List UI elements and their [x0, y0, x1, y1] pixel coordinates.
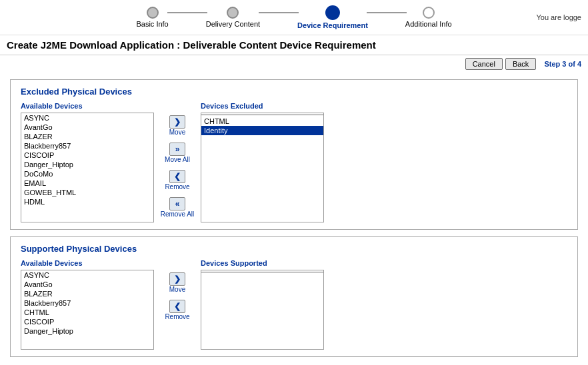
- page-title: Create J2ME Download Application : Deliv…: [0, 35, 588, 55]
- excluded-right-column: Devices Excluded CHTMLIdentity: [201, 102, 324, 222]
- list-item[interactable]: Danger_Hiptop: [21, 326, 153, 336]
- supported-move-label[interactable]: Move: [169, 286, 185, 293]
- excluded-available-column: Available Devices ASYNCAvantGoBLAZERBlac…: [21, 102, 154, 222]
- excluded-remove-all-label[interactable]: Remove All: [161, 210, 195, 218]
- back-button[interactable]: Back: [505, 58, 536, 70]
- connector-3: [367, 12, 407, 13]
- supported-devices-listbox[interactable]: [201, 270, 324, 350]
- supported-right-column: Devices Supported: [201, 259, 324, 350]
- excluded-remove-btn[interactable]: ❮: [169, 170, 185, 183]
- supported-devices-layout: Available Devices ASYNCAvantGoBLAZERBlac…: [21, 259, 567, 350]
- step-info: Step 3 of 4: [544, 60, 581, 68]
- connector-1: [167, 12, 207, 13]
- excluded-remove-all-btn[interactable]: «: [169, 197, 185, 210]
- step-device-requirement: Device Requirement: [297, 5, 368, 29]
- supported-section: Supported Physical Devices Available Dev…: [10, 236, 578, 357]
- excluded-remove-group: ❮ Remove: [165, 170, 189, 190]
- supported-move-btn[interactable]: ❯: [169, 272, 185, 286]
- supported-right-label: Devices Supported: [201, 259, 324, 267]
- list-item[interactable]: BLAZER: [21, 132, 153, 141]
- list-item[interactable]: CHTML: [21, 308, 153, 317]
- step-basic-info: Basic Info: [136, 7, 168, 28]
- excluded-devices-listbox[interactable]: CHTMLIdentity: [201, 113, 324, 222]
- step4-label: Additional Info: [405, 20, 452, 28]
- excluded-move-label[interactable]: Move: [169, 129, 185, 136]
- supported-available-listbox[interactable]: ASYNCAvantGoBLAZERBlackberry857CHTMLCISC…: [21, 270, 154, 350]
- list-item[interactable]: CISCOIP: [21, 317, 153, 326]
- list-item[interactable]: Blackberry857: [21, 141, 153, 151]
- list-item[interactable]: AvantGo: [21, 280, 153, 289]
- wizard-steps: Basic Info Delivery Content Device Requi…: [136, 5, 451, 29]
- step3-label: Device Requirement: [297, 21, 368, 29]
- step-delivery-content: Delivery Content: [206, 7, 260, 28]
- top-nav: Basic Info Delivery Content Device Requi…: [0, 0, 588, 35]
- list-item[interactable]: AvantGo: [21, 123, 153, 132]
- list-item[interactable]: ASYNC: [21, 113, 153, 123]
- connector-2: [259, 12, 299, 13]
- excluded-available-listbox[interactable]: ASYNCAvantGoBLAZERBlackberry857CISCOIPDa…: [21, 113, 154, 222]
- step-additional-info: Additional Info: [405, 7, 452, 28]
- excluded-move-group: ❯ Move: [169, 115, 185, 136]
- supported-remove-label[interactable]: Remove: [165, 313, 189, 320]
- list-item[interactable]: CISCOIP: [21, 151, 153, 160]
- excluded-buttons-column: ❯ Move » Move All ❮ Remove « Remove All: [154, 113, 201, 220]
- step3-circle: [325, 5, 340, 20]
- list-item[interactable]: CHTML: [201, 117, 323, 126]
- supported-move-group: ❯ Move: [169, 272, 185, 293]
- list-item[interactable]: HDML: [21, 197, 153, 206]
- list-item[interactable]: EMAIL: [21, 179, 153, 188]
- excluded-devices-layout: Available Devices ASYNCAvantGoBLAZERBlac…: [21, 102, 567, 222]
- list-item[interactable]: BLAZER: [21, 289, 153, 298]
- step2-label: Delivery Content: [206, 20, 260, 28]
- step4-circle: [423, 7, 435, 19]
- separator: [201, 272, 323, 272]
- excluded-move-all-btn[interactable]: »: [169, 143, 185, 156]
- excluded-move-all-group: » Move All: [165, 143, 190, 163]
- list-item[interactable]: DoCoMo: [21, 169, 153, 179]
- list-item[interactable]: Identity: [201, 126, 323, 135]
- supported-remove-btn[interactable]: ❮: [169, 300, 185, 313]
- excluded-move-all-label[interactable]: Move All: [165, 156, 190, 163]
- action-bar: Cancel Back Step 3 of 4: [0, 55, 588, 73]
- supported-remove-group: ❮ Remove: [165, 300, 189, 320]
- excluded-remove-all-group: « Remove All: [161, 197, 195, 218]
- list-item[interactable]: Blackberry857: [21, 298, 153, 308]
- supported-available-column: Available Devices ASYNCAvantGoBLAZERBlac…: [21, 259, 154, 350]
- list-item[interactable]: GOWEB_HTML: [21, 188, 153, 197]
- excluded-move-btn[interactable]: ❯: [169, 115, 185, 129]
- step1-circle: [147, 7, 159, 19]
- separator: [201, 115, 323, 115]
- cancel-button[interactable]: Cancel: [465, 58, 503, 70]
- logged-in-text: You are logge: [537, 13, 582, 21]
- list-item[interactable]: Danger_Hiptop: [21, 160, 153, 169]
- supported-buttons-column: ❯ Move ❮ Remove: [154, 270, 201, 323]
- excluded-right-label: Devices Excluded: [201, 102, 324, 110]
- excluded-section: Excluded Physical Devices Available Devi…: [10, 79, 578, 230]
- step2-circle: [227, 7, 239, 19]
- list-item[interactable]: ASYNC: [21, 270, 153, 280]
- excluded-section-title: Excluded Physical Devices: [21, 87, 567, 97]
- supported-section-title: Supported Physical Devices: [21, 244, 567, 254]
- excluded-available-label: Available Devices: [21, 102, 154, 110]
- supported-available-label: Available Devices: [21, 259, 154, 267]
- step1-label: Basic Info: [136, 20, 168, 28]
- excluded-remove-label[interactable]: Remove: [165, 183, 189, 190]
